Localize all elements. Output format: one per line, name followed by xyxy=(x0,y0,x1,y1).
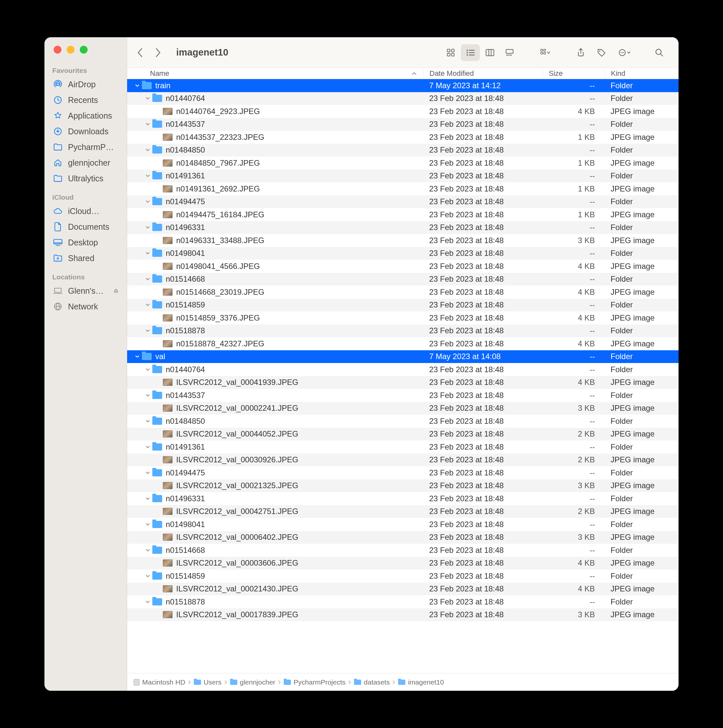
sidebar-item-iclouddrive[interactable]: iCloud… xyxy=(44,203,127,219)
sidebar-item-network[interactable]: Network xyxy=(44,299,127,314)
sidebar-item-downloads[interactable]: Downloads xyxy=(44,124,127,139)
disclosure-chevron-icon[interactable] xyxy=(133,83,141,88)
group-by-button[interactable] xyxy=(532,44,558,61)
disclosure-chevron-icon[interactable] xyxy=(144,199,152,204)
disclosure-chevron-icon[interactable] xyxy=(144,148,152,152)
minimize-window-button[interactable] xyxy=(67,46,75,54)
disclosure-chevron-icon[interactable] xyxy=(133,354,141,359)
folder-row[interactable]: n0151887823 Feb 2023 at 18:48--Folder xyxy=(127,595,679,609)
file-row[interactable]: n01440764_2923.JPEG23 Feb 2023 at 18:484… xyxy=(127,105,679,118)
file-row[interactable]: n01496331_33488.JPEG23 Feb 2023 at 18:48… xyxy=(127,234,679,247)
folder-row[interactable]: n0149136123 Feb 2023 at 18:48--Folder xyxy=(127,170,679,183)
file-row[interactable]: n01484850_7967.JPEG23 Feb 2023 at 18:481… xyxy=(127,156,679,170)
disclosure-chevron-icon[interactable] xyxy=(144,522,152,527)
folder-row[interactable]: n0144076423 Feb 2023 at 18:48--Folder xyxy=(127,92,679,105)
file-row[interactable]: ILSVRC2012_val_00003606.JPEG23 Feb 2023 … xyxy=(127,557,679,570)
file-row[interactable]: ILSVRC2012_val_00030926.JPEG23 Feb 2023 … xyxy=(127,454,679,466)
column-header-date[interactable]: Date Modified xyxy=(423,69,542,78)
breadcrumb-item[interactable]: datasets xyxy=(354,678,390,686)
folder-row[interactable]: n0148485023 Feb 2023 at 18:48--Folder xyxy=(127,414,679,428)
breadcrumb-item[interactable]: Macintosh HD xyxy=(134,678,185,686)
disclosure-chevron-icon[interactable] xyxy=(144,173,152,178)
breadcrumb-item[interactable]: PycharmProjects xyxy=(284,678,346,686)
file-row[interactable]: n01443537_22323.JPEG23 Feb 2023 at 18:48… xyxy=(127,131,679,144)
file-row[interactable]: n01494475_16184.JPEG23 Feb 2023 at 18:48… xyxy=(127,208,679,221)
icon-view-button[interactable] xyxy=(441,44,460,61)
file-row[interactable]: ILSVRC2012_val_00002241.JPEG23 Feb 2023 … xyxy=(127,402,679,415)
sidebar-item-glennjocher[interactable]: glennjocher xyxy=(44,155,127,171)
folder-row[interactable]: n0149804123 Feb 2023 at 18:48--Folder xyxy=(127,247,679,260)
folder-row[interactable]: train7 May 2023 at 14:12--Folder xyxy=(127,79,679,92)
disclosure-chevron-icon[interactable] xyxy=(144,251,152,255)
disclosure-chevron-icon[interactable] xyxy=(144,471,152,475)
folder-row[interactable]: n0144353723 Feb 2023 at 18:48--Folder xyxy=(127,389,679,402)
file-row[interactable]: n01514668_23019.JPEG23 Feb 2023 at 18:48… xyxy=(127,286,679,299)
folder-row[interactable]: n0151485923 Feb 2023 at 18:48--Folder xyxy=(127,299,679,312)
list-view-button[interactable] xyxy=(461,44,480,61)
disclosure-chevron-icon[interactable] xyxy=(144,277,152,281)
file-row[interactable]: n01518878_42327.JPEG23 Feb 2023 at 18:48… xyxy=(127,337,679,350)
folder-row[interactable]: n0151485923 Feb 2023 at 18:48--Folder xyxy=(127,569,679,583)
search-button[interactable] xyxy=(650,44,669,61)
file-row[interactable]: n01491361_2692.JPEG23 Feb 2023 at 18:481… xyxy=(127,182,679,196)
folder-row[interactable]: n0149633123 Feb 2023 at 18:48--Folder xyxy=(127,492,679,505)
sidebar-item-ultralytics[interactable]: Ultralytics xyxy=(44,171,127,186)
file-row[interactable]: ILSVRC2012_val_00041939.JPEG23 Feb 2023 … xyxy=(127,376,679,389)
disclosure-chevron-icon[interactable] xyxy=(144,574,152,578)
folder-row[interactable]: n0149447523 Feb 2023 at 18:48--Folder xyxy=(127,196,679,208)
sidebar-item-applications[interactable]: Applications xyxy=(44,108,127,124)
disclosure-chevron-icon[interactable] xyxy=(144,367,152,372)
sidebar-item-pycharm[interactable]: PycharmP… xyxy=(44,139,127,155)
folder-row[interactable]: val7 May 2023 at 14:08--Folder xyxy=(127,350,679,363)
folder-row[interactable]: n0149447523 Feb 2023 at 18:48--Folder xyxy=(127,466,679,479)
folder-row[interactable]: n0151887823 Feb 2023 at 18:48--Folder xyxy=(127,324,679,338)
folder-row[interactable]: n0144076423 Feb 2023 at 18:48--Folder xyxy=(127,363,679,376)
sidebar-item-airdrop[interactable]: AirDrop xyxy=(44,76,127,92)
close-window-button[interactable] xyxy=(54,46,61,54)
more-actions-button[interactable] xyxy=(613,44,637,61)
disclosure-chevron-icon[interactable] xyxy=(144,445,152,449)
file-row[interactable]: ILSVRC2012_val_00021430.JPEG23 Feb 2023 … xyxy=(127,583,679,596)
folder-row[interactable]: n0149804123 Feb 2023 at 18:48--Folder xyxy=(127,518,679,531)
sidebar-item-desktop[interactable]: Desktop xyxy=(44,235,127,250)
file-row[interactable]: n01498041_4566.JPEG23 Feb 2023 at 18:484… xyxy=(127,260,679,273)
folder-row[interactable]: n0149136123 Feb 2023 at 18:48--Folder xyxy=(127,440,679,454)
column-header-kind[interactable]: Kind xyxy=(605,69,679,78)
sidebar-item-glenns[interactable]: Glenn's… xyxy=(44,283,127,299)
disclosure-chevron-icon[interactable] xyxy=(144,548,152,552)
file-list[interactable]: train7 May 2023 at 14:12--Foldern0144076… xyxy=(127,79,679,673)
zoom-window-button[interactable] xyxy=(80,46,87,54)
column-header-name[interactable]: Name xyxy=(150,69,423,78)
file-row[interactable]: ILSVRC2012_val_00017839.JPEG23 Feb 2023 … xyxy=(127,609,679,621)
gallery-view-button[interactable] xyxy=(500,44,519,61)
disclosure-chevron-icon[interactable] xyxy=(144,600,152,604)
disclosure-chevron-icon[interactable] xyxy=(144,496,152,501)
breadcrumb-item[interactable]: imagenet10 xyxy=(398,678,444,686)
folder-row[interactable]: n0151466823 Feb 2023 at 18:48--Folder xyxy=(127,544,679,557)
column-view-button[interactable] xyxy=(481,44,499,61)
folder-row[interactable]: n0151466823 Feb 2023 at 18:48--Folder xyxy=(127,273,679,286)
breadcrumb-item[interactable]: Users xyxy=(194,678,222,686)
file-row[interactable]: ILSVRC2012_val_00021325.JPEG23 Feb 2023 … xyxy=(127,479,679,492)
eject-icon[interactable] xyxy=(113,288,119,294)
folder-row[interactable]: n0149633123 Feb 2023 at 18:48--Folder xyxy=(127,221,679,234)
disclosure-chevron-icon[interactable] xyxy=(144,225,152,230)
folder-row[interactable]: n0144353723 Feb 2023 at 18:48--Folder xyxy=(127,118,679,131)
disclosure-chevron-icon[interactable] xyxy=(144,96,152,101)
disclosure-chevron-icon[interactable] xyxy=(144,393,152,398)
sidebar-item-recents[interactable]: Recents xyxy=(44,92,127,108)
column-header-size[interactable]: Size xyxy=(542,69,605,78)
disclosure-chevron-icon[interactable] xyxy=(144,303,152,307)
file-row[interactable]: ILSVRC2012_val_00006402.JPEG23 Feb 2023 … xyxy=(127,531,679,544)
tags-button[interactable] xyxy=(592,44,611,61)
file-row[interactable]: ILSVRC2012_val_00044052.JPEG23 Feb 2023 … xyxy=(127,428,679,441)
disclosure-chevron-icon[interactable] xyxy=(144,122,152,127)
back-button[interactable] xyxy=(132,45,148,60)
sidebar-item-shared[interactable]: Shared xyxy=(44,250,127,266)
forward-button[interactable] xyxy=(150,45,166,60)
breadcrumb-item[interactable]: glennjocher xyxy=(230,678,276,686)
sidebar-item-documents[interactable]: Documents xyxy=(44,219,127,235)
folder-row[interactable]: n0148485023 Feb 2023 at 18:48--Folder xyxy=(127,144,679,157)
file-row[interactable]: n01514859_3376.JPEG23 Feb 2023 at 18:484… xyxy=(127,311,679,324)
disclosure-chevron-icon[interactable] xyxy=(144,419,152,424)
